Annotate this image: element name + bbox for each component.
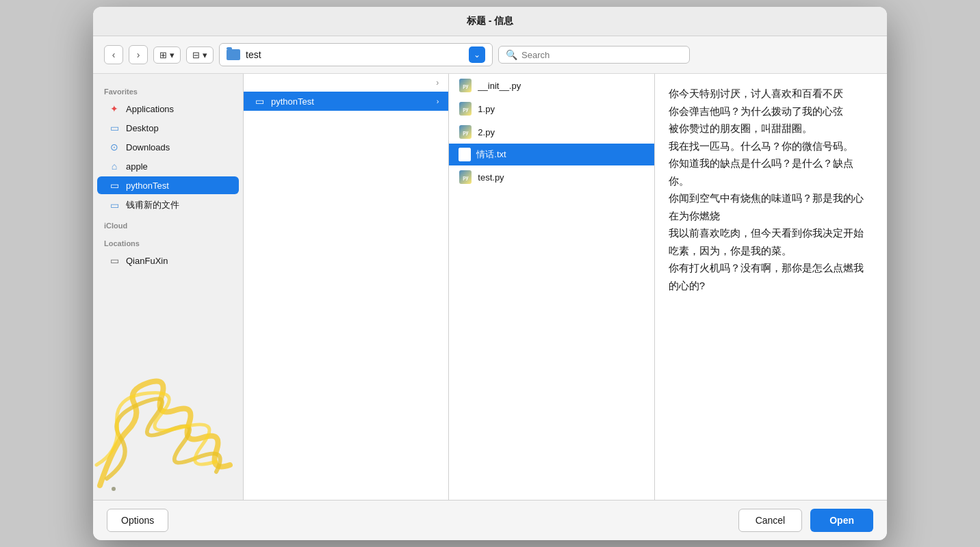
file-item-init[interactable]: py __init__.py xyxy=(449,74,654,97)
pythontest-icon: ▭ xyxy=(108,180,120,191)
locations-label: Locations xyxy=(93,234,243,250)
path-bar: test ⌄ xyxy=(219,43,493,66)
icloud-label: iCloud xyxy=(93,216,243,232)
sidebar-item-label-desktop: Desktop xyxy=(126,123,159,133)
preview-line-4: 我在找一匹马。什么马？你的微信号码。 xyxy=(669,137,873,155)
preview-line-1: 你今天特别讨厌，讨人喜欢和百看不厌 xyxy=(669,85,873,103)
file-pane-2: py __init__.py py 1.py py 2.py xyxy=(449,74,654,500)
search-input[interactable] xyxy=(521,50,682,60)
options-button[interactable]: Options xyxy=(107,509,168,532)
columns-dropdown-icon: ▾ xyxy=(170,50,175,60)
file-name-qinghua: 情话.txt xyxy=(476,148,506,161)
main-content: Favorites ✦ Applications ▭ Desktop ⊙ Dow… xyxy=(93,74,887,500)
open-button[interactable]: Open xyxy=(810,509,873,532)
qianfu-icon: ▭ xyxy=(108,200,120,211)
file-item-2py[interactable]: py 2.py xyxy=(449,120,654,144)
right-buttons: Cancel Open xyxy=(738,509,873,532)
py-icon-init: py xyxy=(459,78,472,93)
open-label: Open xyxy=(829,515,854,526)
forward-button[interactable]: › xyxy=(129,45,148,64)
preview-line-2: 你会弹吉他吗？为什么拨动了我的心弦 xyxy=(669,103,873,120)
sidebar-item-label-qianfu: 钱甫新的文件 xyxy=(126,199,179,211)
file-item-label-selected: pythonTest xyxy=(271,96,314,107)
sidebar-item-label-qianfuxin: QianFuXin xyxy=(126,256,168,266)
view-grid-button[interactable]: ⊟ ▾ xyxy=(186,46,214,64)
sidebar-item-label-pythontest: pythonTest xyxy=(126,181,169,191)
file-pane-1: › ▭ pythonTest › xyxy=(244,74,449,500)
sidebar-item-applications[interactable]: ✦ Applications xyxy=(97,100,239,118)
folder-icon xyxy=(227,49,240,60)
bottom-bar: Options Cancel Open xyxy=(93,500,887,540)
path-label: test xyxy=(246,49,463,60)
sidebar-item-label-downloads: Downloads xyxy=(126,142,170,152)
cancel-label: Cancel xyxy=(756,515,786,526)
preview-line-6: 你闻到空气中有烧焦的味道吗？那是我的心在为你燃烧 xyxy=(669,189,873,224)
expand-icon: ⌄ xyxy=(474,50,480,59)
toolbar: ‹ › ⊞ ▾ ⊟ ▾ test ⌄ 🔍 xyxy=(93,36,887,74)
sidebar-item-label-applications: Applications xyxy=(126,104,174,114)
title-bar: 标题 - 信息 xyxy=(93,7,887,36)
py-icon-testpy: py xyxy=(459,170,472,185)
file-panes: › ▭ pythonTest › py __init__.py xyxy=(244,74,887,500)
sidebar-item-downloads[interactable]: ⊙ Downloads xyxy=(97,138,239,156)
parent-arrow-icon: › xyxy=(436,78,439,88)
sidebar-item-qianfu[interactable]: ▭ 钱甫新的文件 xyxy=(97,196,239,215)
file-item-testpy[interactable]: py test.py xyxy=(449,165,654,189)
file-name-2py: 2.py xyxy=(478,127,495,137)
search-icon: 🔍 xyxy=(506,49,517,60)
cancel-button[interactable]: Cancel xyxy=(738,509,803,532)
file-name-init: __init__.py xyxy=(478,81,521,91)
dialog-title: 标题 - 信息 xyxy=(467,15,513,26)
back-button[interactable]: ‹ xyxy=(104,45,123,64)
file-item-pythontest-selected[interactable]: ▭ pythonTest › xyxy=(244,92,448,111)
downloads-icon: ⊙ xyxy=(108,142,120,152)
sidebar-item-desktop[interactable]: ▭ Desktop xyxy=(97,119,239,137)
preview-line-7: 我以前喜欢吃肉，但今天看到你我决定开始吃素，因为，你是我的菜。 xyxy=(669,224,873,259)
file-name-testpy: test.py xyxy=(478,172,504,183)
sidebar-item-apple[interactable]: ⌂ apple xyxy=(97,157,239,175)
sidebar-item-pythontest[interactable]: ▭ pythonTest xyxy=(97,176,239,194)
options-label: Options xyxy=(121,515,154,526)
py-icon-2py: py xyxy=(459,124,472,139)
file-name-1py: 1.py xyxy=(478,104,495,114)
columns-icon: ⊞ xyxy=(159,50,167,60)
file-item-qinghua[interactable]: 情话.txt xyxy=(449,144,654,165)
grid-dropdown-icon: ▾ xyxy=(203,50,207,60)
grid-icon: ⊟ xyxy=(192,50,200,60)
preview-line-3: 被你赞过的朋友圈，叫甜甜圈。 xyxy=(669,120,873,137)
forward-icon: › xyxy=(137,49,140,60)
py-icon-1py: py xyxy=(459,101,472,116)
sidebar-item-qianfuxin[interactable]: ▭ QianFuXin xyxy=(97,252,239,269)
txt-icon-qinghua xyxy=(459,148,471,161)
search-bar[interactable]: 🔍 xyxy=(498,46,690,64)
preview-pane: 你今天特别讨厌，讨人喜欢和百看不厌 你会弹吉他吗？为什么拨动了我的心弦 被你赞过… xyxy=(655,74,887,500)
preview-line-8: 你有打火机吗？没有啊，那你是怎么点燃我的心的? xyxy=(669,259,873,294)
desktop-icon: ▭ xyxy=(108,122,120,133)
sidebar-item-label-apple: apple xyxy=(126,161,148,172)
sidebar: Favorites ✦ Applications ▭ Desktop ⊙ Dow… xyxy=(93,74,244,500)
back-icon: ‹ xyxy=(112,49,116,60)
file-item-1py[interactable]: py 1.py xyxy=(449,97,654,120)
favorites-label: Favorites xyxy=(93,82,243,98)
file-item-arrow-selected: › xyxy=(437,97,439,105)
applications-icon: ✦ xyxy=(108,103,120,114)
computer-icon: ▭ xyxy=(108,255,120,266)
file-dialog: 标题 - 信息 ‹ › ⊞ ▾ ⊟ ▾ test ⌄ 🔍 xyxy=(93,7,887,540)
file-item-parent[interactable]: › xyxy=(244,74,448,92)
folder-icon-selected: ▭ xyxy=(253,96,266,107)
preview-line-5: 你知道我的缺点是什么吗？是什么？缺点你。 xyxy=(669,155,873,189)
path-expand-button[interactable]: ⌄ xyxy=(469,46,485,63)
view-columns-button[interactable]: ⊞ ▾ xyxy=(153,46,181,64)
apple-icon: ⌂ xyxy=(108,161,120,172)
